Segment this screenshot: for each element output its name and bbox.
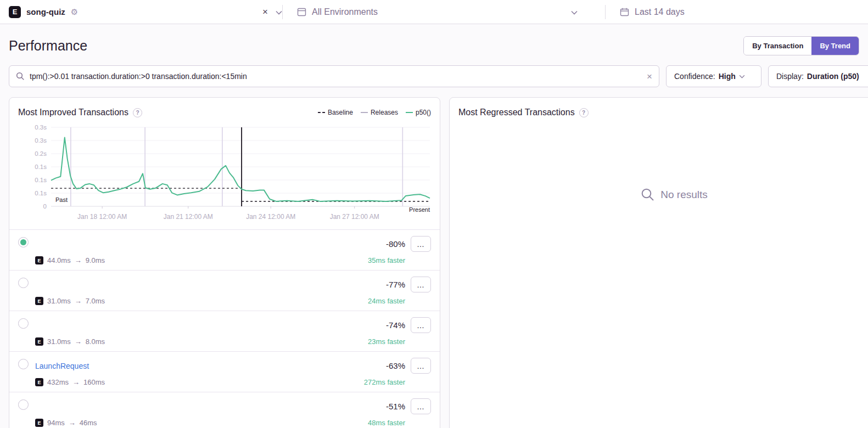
- duration-before: 31.0ms: [47, 337, 71, 346]
- row-menu-button[interactable]: …: [411, 236, 431, 252]
- duration-change-percent: -80%: [386, 239, 405, 249]
- svg-text:Jan 24 12:00 AM: Jan 24 12:00 AM: [246, 213, 295, 221]
- top-navigation-bar: E song-quiz ⚙ × All Environments Last 14…: [0, 0, 868, 24]
- arrow-right-icon: →: [72, 378, 80, 386]
- environment-label: All Environments: [312, 7, 378, 17]
- project-clear-icon[interactable]: ×: [260, 7, 270, 16]
- transaction-row: -74% … E 31.0ms → 8.0ms 23ms faster: [9, 311, 440, 351]
- svg-text:0.3s: 0.3s: [35, 124, 47, 131]
- time-saved-label: 24ms faster: [368, 297, 431, 305]
- transaction-row: -77% … E 31.0ms → 7.0ms 24ms faster: [9, 270, 440, 311]
- toggle-by-transaction[interactable]: By Transaction: [744, 37, 811, 55]
- no-results-search-icon: [641, 188, 655, 202]
- duration-after: 8.0ms: [86, 337, 105, 346]
- ellipsis-icon: …: [417, 362, 425, 370]
- transaction-row: -51% … E 94ms → 46ms 48ms faster: [9, 392, 440, 428]
- row-menu-button[interactable]: …: [411, 317, 431, 333]
- duration-change-percent: -77%: [386, 280, 405, 289]
- time-saved-label: 23ms faster: [368, 337, 431, 346]
- duration-change-percent: -63%: [386, 361, 405, 370]
- transaction-radio[interactable]: [18, 318, 29, 329]
- transaction-radio[interactable]: [18, 278, 29, 288]
- duration-change-percent: -51%: [386, 402, 405, 411]
- row-menu-button[interactable]: …: [411, 398, 431, 414]
- platform-icon: E: [35, 256, 43, 264]
- improved-transactions-list: -80% … E 44.0ms → 9.0ms 35ms faster -77%…: [9, 229, 440, 428]
- display-dropdown[interactable]: Display: Duration (p50): [768, 65, 868, 87]
- svg-text:Present: Present: [409, 206, 430, 213]
- arrow-right-icon: →: [75, 297, 82, 305]
- improved-panel-title: Most Improved Transactions: [18, 108, 128, 117]
- transaction-row: LaunchRequest -63% … E 432ms → 160ms 272…: [9, 351, 440, 392]
- help-icon[interactable]: ?: [579, 108, 589, 117]
- ellipsis-icon: …: [417, 280, 425, 289]
- environment-chevron-down-icon[interactable]: [571, 7, 578, 17]
- transaction-radio[interactable]: [18, 237, 29, 247]
- row-menu-button[interactable]: …: [411, 358, 431, 374]
- regressed-panel-title: Most Regressed Transactions: [458, 108, 575, 117]
- svg-text:0: 0: [43, 203, 47, 210]
- search-clear-icon[interactable]: ×: [647, 72, 652, 81]
- transaction-radio[interactable]: [18, 399, 29, 410]
- svg-text:Jan 21 12:00 AM: Jan 21 12:00 AM: [164, 213, 213, 221]
- window-icon: [297, 8, 306, 16]
- date-range-label: Last 14 days: [635, 7, 685, 17]
- svg-text:0.1s: 0.1s: [35, 190, 47, 196]
- platform-icon: E: [35, 419, 43, 427]
- arrow-right-icon: →: [69, 419, 76, 427]
- duration-before: 44.0ms: [47, 256, 71, 264]
- arrow-right-icon: →: [75, 337, 82, 346]
- view-toggle-group: By Transaction By Trend: [743, 36, 859, 55]
- legend-item[interactable]: Releases: [361, 109, 398, 116]
- transaction-link[interactable]: LaunchRequest: [35, 362, 380, 370]
- most-improved-panel: Most Improved Transactions ? BaselineRel…: [9, 97, 440, 428]
- legend-swatch-icon: [406, 112, 413, 113]
- chevron-down-icon: [739, 75, 745, 78]
- duration-after: 160ms: [83, 378, 105, 386]
- duration-after: 46ms: [80, 419, 97, 427]
- display-value: Duration (p50): [807, 72, 859, 81]
- svg-text:0.1s: 0.1s: [35, 177, 47, 183]
- legend-item[interactable]: p50(): [406, 109, 431, 116]
- time-saved-label: 272ms faster: [364, 378, 431, 386]
- platform-icon: E: [35, 297, 43, 305]
- legend-item[interactable]: Baseline: [318, 109, 353, 116]
- ellipsis-icon: …: [417, 240, 425, 249]
- confidence-value: High: [719, 72, 736, 81]
- confidence-dropdown[interactable]: Confidence: High: [666, 65, 761, 87]
- display-label: Display:: [776, 72, 804, 81]
- toggle-by-trend[interactable]: By Trend: [811, 37, 859, 55]
- project-chevron-down-icon[interactable]: [276, 7, 282, 17]
- time-saved-label: 35ms faster: [368, 256, 431, 264]
- help-icon[interactable]: ?: [133, 108, 142, 117]
- date-range-selector[interactable]: Last 14 days: [606, 7, 859, 17]
- search-bar: ×: [9, 65, 659, 87]
- duration-before: 94ms: [47, 419, 65, 427]
- project-settings-gear-icon[interactable]: ⚙: [71, 8, 78, 16]
- platform-icon: E: [35, 378, 43, 386]
- duration-change-percent: -74%: [386, 320, 405, 330]
- ellipsis-icon: …: [417, 321, 425, 330]
- most-regressed-panel: Most Regressed Transactions ? No results: [449, 97, 868, 428]
- no-results-text: No results: [660, 189, 708, 201]
- environment-selector[interactable]: All Environments: [283, 7, 605, 17]
- ellipsis-icon: …: [417, 402, 425, 411]
- project-platform-icon: E: [9, 6, 21, 18]
- svg-text:Jan 18 12:00 AM: Jan 18 12:00 AM: [77, 213, 127, 221]
- project-selector[interactable]: E song-quiz ⚙ ×: [9, 6, 282, 18]
- search-input[interactable]: [30, 72, 642, 81]
- confidence-label: Confidence:: [674, 72, 715, 81]
- svg-text:0.3s: 0.3s: [35, 137, 47, 144]
- transaction-radio[interactable]: [18, 359, 29, 369]
- time-saved-label: 48ms faster: [368, 419, 431, 427]
- legend-swatch-icon: [318, 112, 325, 113]
- row-menu-button[interactable]: …: [411, 277, 431, 292]
- svg-text:0.1s: 0.1s: [35, 164, 47, 170]
- duration-before: 31.0ms: [47, 297, 71, 305]
- platform-icon: E: [35, 337, 43, 346]
- page-title: Performance: [9, 38, 743, 54]
- svg-text:Jan 27 12:00 AM: Jan 27 12:00 AM: [330, 213, 379, 221]
- empty-state: No results: [450, 188, 868, 202]
- calendar-icon: [620, 8, 629, 16]
- svg-text:Past: Past: [55, 196, 68, 203]
